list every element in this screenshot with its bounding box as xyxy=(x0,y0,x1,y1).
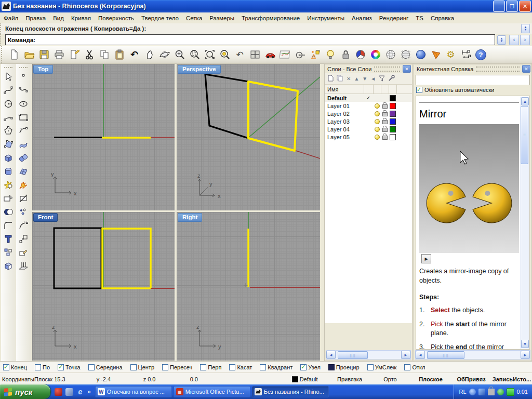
close-button[interactable] xyxy=(519,1,531,12)
layer-color-cell[interactable] xyxy=(389,111,396,117)
layer-lock-cell[interactable] xyxy=(381,118,389,124)
play-animation-icon[interactable]: ▶ xyxy=(421,254,431,263)
osnap-toggle[interactable]: Пересеч xyxy=(162,364,192,370)
point-tool[interactable] xyxy=(17,70,30,84)
split-tool[interactable] xyxy=(17,192,30,205)
scroll-right-icon[interactable]: ► xyxy=(401,351,410,359)
array-tool[interactable] xyxy=(17,259,30,273)
zoom-selected-button[interactable] xyxy=(217,47,232,62)
layers-column-header[interactable]: Имя xyxy=(325,85,412,94)
select-pointer-tool[interactable] xyxy=(2,70,15,84)
save-button[interactable] xyxy=(36,47,51,62)
osnap-checkbox[interactable] xyxy=(130,364,137,370)
menu-item[interactable]: Вид xyxy=(49,14,68,22)
menu-item[interactable]: Сетка xyxy=(182,14,206,22)
help-button[interactable] xyxy=(473,47,488,62)
new-layer-icon[interactable] xyxy=(328,74,334,84)
curve-handle-tool[interactable] xyxy=(17,124,30,138)
delete-layer-icon[interactable]: ✕ xyxy=(347,76,351,82)
quick-launch-icon-2[interactable] xyxy=(65,388,73,396)
osnap-toggle[interactable]: Середина xyxy=(88,364,123,370)
viewport-front[interactable]: z x Front xyxy=(32,212,175,361)
tray-torrent-icon[interactable] xyxy=(497,389,504,395)
scroll-up-icon[interactable]: ▲ xyxy=(521,97,529,105)
osnap-checkbox[interactable] xyxy=(260,364,266,370)
internet-explorer-icon[interactable] xyxy=(76,388,84,396)
layer-visibility-cell[interactable] xyxy=(373,127,381,132)
quick-launch-more-chevron[interactable]: » xyxy=(87,388,91,395)
scroll-thumb[interactable]: |||| xyxy=(338,351,368,359)
osnap-toggle[interactable]: Перп xyxy=(200,364,221,370)
tray-battery-icon[interactable] xyxy=(507,388,514,396)
menu-item[interactable]: Анализ xyxy=(348,14,376,22)
menu-item[interactable]: Правка xyxy=(22,14,49,22)
status-toggle[interactable]: Привязка xyxy=(329,376,370,382)
color-wheel-button[interactable] xyxy=(368,47,383,62)
cylinder-tool[interactable] xyxy=(2,165,15,178)
shaded-view-button[interactable] xyxy=(353,47,368,62)
render-car-button[interactable] xyxy=(262,47,277,62)
zoom-extents-button[interactable] xyxy=(202,47,217,62)
copy-button[interactable] xyxy=(97,47,112,62)
filter-icon[interactable] xyxy=(379,74,385,84)
arc-tool[interactable] xyxy=(2,111,15,124)
rectangle-tool[interactable] xyxy=(17,111,30,124)
menu-item[interactable]: Кривая xyxy=(68,14,95,22)
surface-3pt-tool[interactable] xyxy=(2,138,15,151)
osnap-checkbox[interactable] xyxy=(367,364,374,370)
menu-item[interactable]: Инструменты xyxy=(303,14,348,22)
minimize-button[interactable] xyxy=(493,1,505,12)
quick-launch-icon-1[interactable] xyxy=(55,388,62,396)
scroll-down-icon[interactable]: ▼ xyxy=(521,340,529,348)
menu-item[interactable]: Поверхность xyxy=(95,14,138,22)
help-hscrollbar[interactable]: ◄ |||| ► xyxy=(415,350,530,360)
dimension-button[interactable] xyxy=(458,47,473,62)
osnap-toggle[interactable]: Проецир xyxy=(328,364,360,370)
layer-visibility-cell[interactable] xyxy=(373,103,381,109)
viewport-right-label[interactable]: Right xyxy=(178,213,202,222)
point-cloud-tool[interactable] xyxy=(17,205,30,219)
viewport-perspective[interactable]: z y x Perspective xyxy=(177,64,320,210)
layer-lock-cell[interactable] xyxy=(381,103,389,109)
menu-item[interactable]: Файл xyxy=(0,14,22,22)
undo-view-button[interactable] xyxy=(232,47,247,62)
ellipse-tool[interactable] xyxy=(17,97,30,111)
auto-update-checkbox[interactable] xyxy=(416,87,422,93)
render-cone-button[interactable] xyxy=(428,47,443,62)
zoom-window-button[interactable] xyxy=(187,47,202,62)
undo-button[interactable] xyxy=(127,47,142,62)
layer-color-cell[interactable] xyxy=(389,126,396,132)
solid-cube-tool[interactable] xyxy=(2,259,15,273)
command-prev-button[interactable]: ‹ xyxy=(509,35,519,45)
scroll-thumb[interactable]: |||| xyxy=(427,351,464,359)
layer-visibility-cell[interactable] xyxy=(373,119,381,124)
menu-item[interactable]: Рендеринг xyxy=(376,14,412,22)
viewport-perspective-label[interactable]: Perspective xyxy=(178,65,221,74)
layer-visibility-cell[interactable] xyxy=(373,111,381,116)
viewport-front-label[interactable]: Front xyxy=(33,213,58,222)
layer-lock-cell[interactable] xyxy=(381,126,389,132)
polygon-tool[interactable] xyxy=(2,124,15,138)
osnap-checkbox[interactable] xyxy=(35,364,41,370)
panel-grip[interactable] xyxy=(374,66,400,72)
scale-tool[interactable] xyxy=(17,232,30,246)
zoom-in-button[interactable] xyxy=(172,47,187,62)
layers-panel-close-icon[interactable] xyxy=(403,65,411,73)
layer-color-cell[interactable] xyxy=(389,103,396,109)
render-mesh-button[interactable] xyxy=(398,47,413,62)
language-indicator[interactable]: RL xyxy=(459,389,467,395)
menu-item[interactable]: Трансформирование xyxy=(238,14,303,22)
status-toggle[interactable]: Орто xyxy=(370,376,410,382)
osnap-toggle[interactable]: Откл xyxy=(404,364,425,370)
osnap-checkbox[interactable] xyxy=(300,364,307,370)
drag-grip[interactable] xyxy=(0,34,4,46)
command-next-button[interactable]: › xyxy=(520,35,530,45)
rotate-view-button[interactable] xyxy=(157,47,172,62)
layer-tools-icon[interactable] xyxy=(388,74,395,84)
layer-row[interactable]: Layer 03 xyxy=(325,117,412,125)
osnap-checkbox[interactable] xyxy=(58,364,64,370)
drafting-button[interactable] xyxy=(277,47,292,62)
tray-clock-icon[interactable] xyxy=(469,389,476,395)
page-edit-button[interactable] xyxy=(66,47,82,62)
layer-color-cell[interactable] xyxy=(389,95,396,101)
